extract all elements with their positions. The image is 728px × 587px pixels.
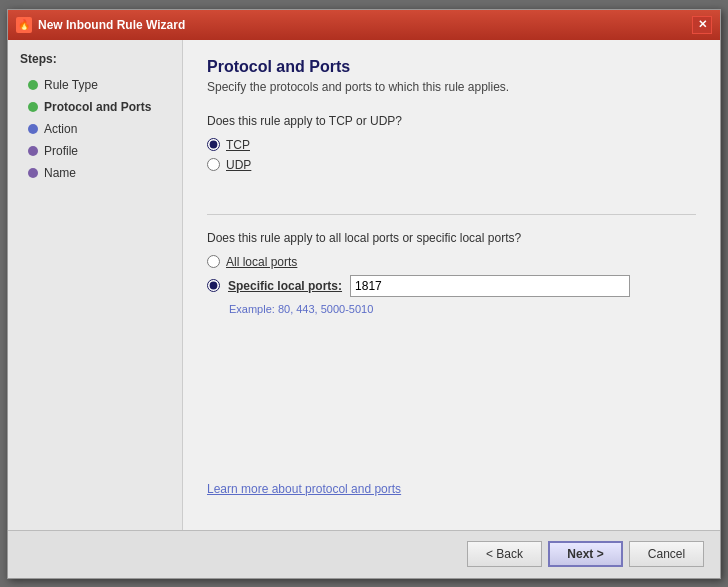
sidebar-item-protocol-ports[interactable]: Protocol and Ports — [8, 96, 182, 118]
sidebar-item-rule-type[interactable]: Rule Type — [8, 74, 182, 96]
page-title: Protocol and Ports — [207, 58, 696, 76]
sidebar-item-label: Action — [44, 122, 77, 136]
close-button[interactable]: ✕ — [692, 16, 712, 34]
tcp-label: TCP — [226, 138, 250, 152]
example-text: Example: 80, 443, 5000-5010 — [229, 303, 696, 315]
sidebar-item-label: Name — [44, 166, 76, 180]
tcp-option[interactable]: TCP — [207, 138, 696, 152]
window-title: New Inbound Rule Wizard — [38, 18, 692, 32]
sidebar-item-label: Profile — [44, 144, 78, 158]
learn-more-link[interactable]: Learn more about protocol and ports — [207, 482, 696, 496]
sidebar-item-action[interactable]: Action — [8, 118, 182, 140]
ports-section: Does this rule apply to all local ports … — [207, 231, 696, 315]
footer: < Back Next > Cancel — [8, 530, 720, 578]
tcp-udp-question: Does this rule apply to TCP or UDP? — [207, 114, 696, 128]
udp-radio[interactable] — [207, 158, 220, 171]
specific-ports-label: Specific local ports: — [228, 279, 342, 293]
all-local-ports-label: All local ports — [226, 255, 297, 269]
tcp-radio[interactable] — [207, 138, 220, 151]
specific-ports-option: Specific local ports: — [207, 275, 696, 297]
page-subtitle: Specify the protocols and ports to which… — [207, 80, 696, 94]
divider — [207, 214, 696, 215]
specific-ports-radio[interactable] — [207, 279, 220, 292]
dot-icon — [28, 124, 38, 134]
cancel-button[interactable]: Cancel — [629, 541, 704, 567]
sidebar-item-name[interactable]: Name — [8, 162, 182, 184]
udp-option[interactable]: UDP — [207, 158, 696, 172]
all-local-ports-radio[interactable] — [207, 255, 220, 268]
dot-icon — [28, 146, 38, 156]
window-icon: 🔥 — [16, 17, 32, 33]
dot-icon — [28, 80, 38, 90]
tcp-udp-section: Does this rule apply to TCP or UDP? TCP … — [207, 114, 696, 178]
ports-question: Does this rule apply to all local ports … — [207, 231, 696, 245]
sidebar-item-label: Protocol and Ports — [44, 100, 151, 114]
all-local-ports-option[interactable]: All local ports — [207, 255, 696, 269]
dot-icon — [28, 168, 38, 178]
next-button[interactable]: Next > — [548, 541, 623, 567]
udp-label: UDP — [226, 158, 251, 172]
example-static: Example: 80, 443, — [229, 303, 321, 315]
main-panel: Protocol and Ports Specify the protocols… — [183, 40, 720, 530]
title-bar: 🔥 New Inbound Rule Wizard ✕ — [8, 10, 720, 40]
steps-label: Steps: — [8, 52, 182, 74]
ports-input[interactable] — [350, 275, 630, 297]
wizard-window: 🔥 New Inbound Rule Wizard ✕ Steps: Rule … — [7, 9, 721, 579]
sidebar: Steps: Rule Type Protocol and Ports Acti… — [8, 40, 183, 530]
example-range: 5000-5010 — [321, 303, 374, 315]
back-button[interactable]: < Back — [467, 541, 542, 567]
sidebar-item-profile[interactable]: Profile — [8, 140, 182, 162]
content-area: Steps: Rule Type Protocol and Ports Acti… — [8, 40, 720, 530]
dot-icon — [28, 102, 38, 112]
sidebar-item-label: Rule Type — [44, 78, 98, 92]
